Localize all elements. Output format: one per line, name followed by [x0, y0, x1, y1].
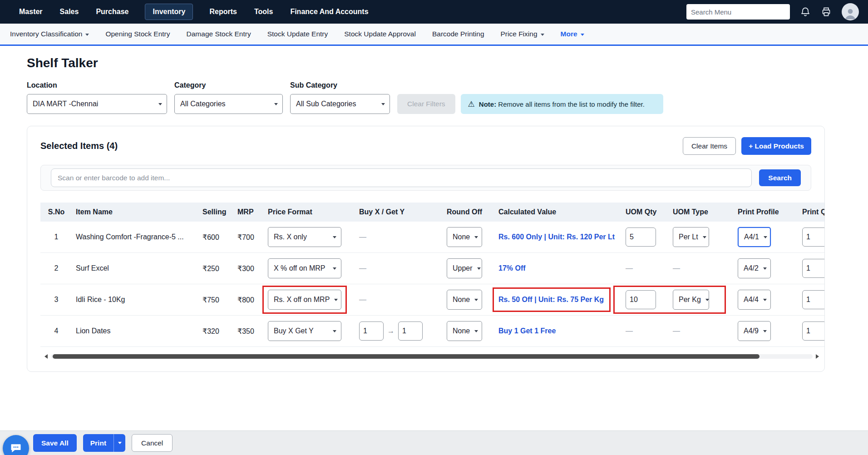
menu-purchase[interactable]: Purchase: [95, 5, 129, 19]
round-off-select[interactable]: None: [447, 290, 482, 310]
header-calculated-value: Calculated Value: [494, 208, 623, 216]
table-row: 1 Washing Comfort -Fragrance-5 ... ₹600 …: [40, 222, 824, 253]
buy-get-dash: —: [359, 233, 366, 241]
note-body: Remove all items from the list to modify…: [496, 100, 645, 108]
uom-type-select[interactable]: Per Kg: [673, 290, 709, 310]
print-profile-select[interactable]: A4/9: [738, 321, 771, 341]
header-print-qty: Print Qty: [799, 208, 824, 216]
uom-qty-input[interactable]: [626, 290, 656, 309]
subnav-inventory-classification[interactable]: Inventory Classification: [10, 30, 89, 38]
table-row: 3 Idli Rice - 10Kg ₹750 ₹800 Rs. X off o…: [40, 284, 824, 316]
print-qty-input[interactable]: [802, 290, 824, 309]
chevron-down-icon: [333, 236, 336, 238]
sub-category-filter: Sub Category All Sub Categories: [290, 81, 390, 114]
location-select[interactable]: DIA MART -Chennai: [27, 94, 167, 114]
uom-type-select[interactable]: Per Lt: [673, 227, 709, 247]
print-profile-select[interactable]: A4/1: [738, 227, 771, 247]
category-label: Category: [174, 81, 283, 89]
price-format-select[interactable]: Buy X Get Y: [268, 321, 341, 341]
subnav-damage-stock-entry[interactable]: Damage Stock Entry: [187, 30, 251, 38]
subnav-opening-stock-entry[interactable]: Opening Stock Entry: [105, 30, 170, 38]
price-format-value: X % off on MRP: [274, 264, 326, 272]
print-button[interactable]: Print: [83, 434, 113, 452]
search-menu-input[interactable]: [686, 4, 790, 20]
print-qty-input[interactable]: [802, 259, 824, 278]
price-format-value: Rs. X only: [274, 233, 307, 241]
subnav-stock-update-approval[interactable]: Stock Update Approval: [344, 30, 416, 38]
uom-qty-dash: —: [626, 327, 633, 335]
subnav-stock-update-entry[interactable]: Stock Update Entry: [267, 30, 328, 38]
printer-icon[interactable]: [821, 6, 832, 17]
chevron-down-icon: [334, 299, 338, 301]
load-products-button[interactable]: + Load Products: [741, 137, 811, 155]
note-bold: Note:: [479, 100, 496, 108]
chat-bubble-icon: [10, 442, 22, 455]
inventory-subnav: Inventory Classification Opening Stock E…: [0, 24, 868, 46]
barcode-input[interactable]: [51, 168, 752, 187]
print-split-button: Print: [83, 434, 125, 452]
chevron-down-icon: [85, 34, 89, 36]
subnav-label: Stock Update Approval: [344, 30, 416, 38]
cell-selling: ₹320: [199, 327, 235, 336]
user-avatar[interactable]: [842, 3, 859, 20]
print-profile-value: A4/1: [744, 233, 759, 241]
cell-selling: ₹600: [199, 233, 235, 242]
price-format-select[interactable]: X % off on MRP: [268, 258, 341, 278]
notification-bell-icon[interactable]: [800, 6, 811, 17]
round-off-select[interactable]: None: [447, 321, 482, 341]
price-format-select[interactable]: Rs. X only: [268, 227, 341, 247]
save-all-button[interactable]: Save All: [33, 434, 77, 452]
clear-items-button[interactable]: Clear Items: [683, 137, 736, 155]
category-select[interactable]: All Categories: [174, 94, 283, 114]
location-filter: Location DIA MART -Chennai: [27, 81, 167, 114]
scrollbar-thumb[interactable]: [53, 354, 760, 359]
cancel-button[interactable]: Cancel: [132, 434, 173, 452]
buy-x-input[interactable]: [359, 321, 384, 341]
location-value: DIA MART -Chennai: [33, 100, 98, 108]
subnav-label: Inventory Classification: [10, 30, 82, 38]
subnav-more[interactable]: More: [561, 30, 584, 38]
cell-selling: ₹750: [199, 296, 235, 304]
print-dropdown-toggle[interactable]: [113, 434, 125, 452]
calculated-value: Buy 1 Get 1 Free: [498, 327, 556, 335]
header-uom-type: UOM Type: [671, 208, 730, 216]
menu-master[interactable]: Master: [18, 5, 44, 19]
header-price-format: Price Format: [265, 208, 356, 216]
subnav-price-fixing[interactable]: Price Fixing: [501, 30, 544, 38]
menu-tools[interactable]: Tools: [253, 5, 274, 19]
chevron-down-icon: [274, 103, 278, 105]
calculated-value: Rs. 50 Off | Unit: Rs. 75 Per Kg: [498, 296, 604, 303]
barcode-search-button[interactable]: Search: [759, 169, 801, 186]
header-buy-get: Buy X / Get Y: [356, 208, 438, 216]
chevron-down-icon: [763, 267, 767, 270]
buy-get-dash: —: [359, 296, 366, 303]
menu-finance-accounts[interactable]: Finance And Accounts: [289, 5, 369, 19]
menu-reports[interactable]: Reports: [208, 5, 237, 19]
chevron-down-icon: [381, 103, 385, 105]
scroll-right-arrow[interactable]: [816, 354, 819, 359]
print-qty-input[interactable]: [802, 321, 824, 341]
scroll-left-arrow[interactable]: [44, 354, 48, 359]
arrow-right-icon: →: [387, 327, 395, 335]
warning-icon: ⚠: [468, 99, 475, 109]
menu-sales[interactable]: Sales: [59, 5, 80, 19]
clear-filters-button[interactable]: Clear Filters: [397, 94, 455, 114]
round-off-select[interactable]: Upper: [447, 258, 482, 278]
note-text: Note: Remove all items from the list to …: [479, 100, 645, 108]
print-profile-select[interactable]: A4/2: [738, 258, 771, 278]
round-off-select[interactable]: None: [447, 227, 482, 247]
menu-inventory[interactable]: Inventory: [145, 4, 193, 20]
get-y-input[interactable]: [398, 321, 423, 341]
uom-type-dash: —: [673, 327, 680, 335]
print-profile-select[interactable]: A4/4: [738, 290, 771, 310]
subnav-barcode-printing[interactable]: Barcode Printing: [432, 30, 484, 38]
price-format-select[interactable]: Rs. X off on MRP: [268, 290, 341, 310]
cell-item-name: Surf Excel: [72, 264, 199, 272]
cell-mrp: ₹700: [235, 233, 265, 242]
print-qty-input[interactable]: [802, 228, 824, 247]
top-navbar: Master Sales Purchase Inventory Reports …: [0, 0, 868, 24]
uom-qty-input[interactable]: [626, 228, 656, 247]
cell-item-name: Washing Comfort -Fragrance-5 ...: [72, 233, 199, 241]
sub-category-select[interactable]: All Sub Categories: [290, 94, 390, 114]
price-format-value: Buy X Get Y: [274, 327, 314, 335]
